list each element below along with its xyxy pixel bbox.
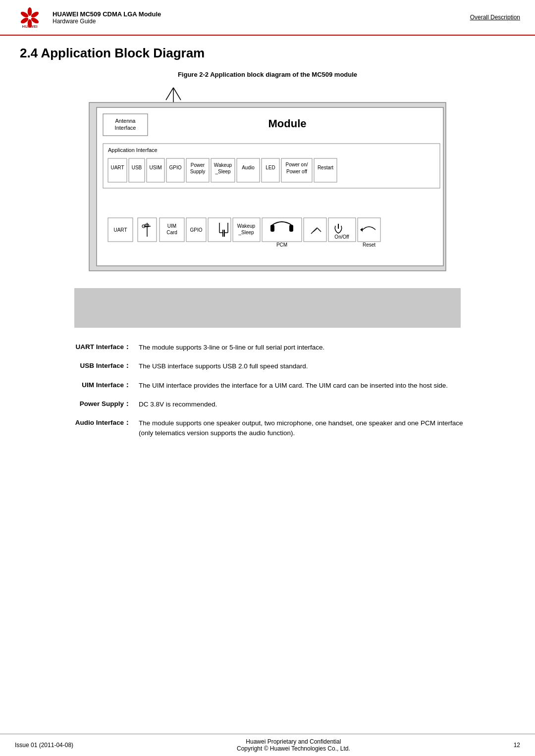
svg-rect-18 (108, 158, 127, 182)
svg-text:Power: Power (191, 162, 205, 168)
svg-rect-24 (166, 158, 184, 182)
svg-rect-65 (289, 225, 293, 232)
header-text: HUAWEI MC509 CDMA LGA Module Hardware Gu… (53, 10, 470, 25)
svg-line-7 (166, 88, 173, 100)
description-item: Audio Interface：The module supports one … (59, 418, 476, 439)
svg-text:On/Off: On/Off (334, 234, 349, 240)
footer-copyright-line1: Huawei Proprietary and Confidential (237, 738, 350, 745)
svg-rect-39 (314, 158, 337, 182)
footer-page: 12 (514, 742, 520, 749)
desc-value: The module supports 3-line or 5-line or … (139, 343, 476, 353)
svg-rect-64 (270, 225, 274, 232)
diagram-wrapper: Module Antenna Interface Application Int… (20, 85, 515, 328)
desc-label: USB Interface： (59, 361, 139, 371)
description-item: UART Interface：The module supports 3-lin… (59, 343, 476, 353)
section-label: Overall Description (470, 14, 520, 21)
figure-caption: Figure 2-2 Application block diagram of … (20, 71, 515, 78)
description-item: UIM Interface：The UIM interface provides… (59, 381, 476, 391)
huawei-logo-icon: HUAWEI (15, 5, 45, 30)
description-item: USB Interface：The USB interface supports… (59, 361, 476, 371)
svg-text:Antenna: Antenna (115, 118, 136, 124)
svg-text:GPIO: GPIO (190, 227, 202, 233)
svg-text:_Sleep: _Sleep (238, 230, 254, 235)
svg-text:Audio: Audio (242, 165, 255, 170)
svg-text:PCM: PCM (276, 242, 287, 248)
block-diagram-svg: Module Antenna Interface Application Int… (74, 85, 461, 288)
description-list: UART Interface：The module supports 3-lin… (59, 343, 476, 439)
svg-text:Module: Module (268, 117, 307, 130)
footer-copyright: Huawei Proprietary and Confidential Copy… (237, 738, 350, 752)
footer-issue: Issue 01 (2011-04-08) (15, 742, 73, 749)
logo: HUAWEI (15, 5, 45, 30)
section-title: 2.4 Application Block Diagram (20, 46, 515, 61)
svg-text:HUAWEI: HUAWEI (22, 24, 38, 29)
svg-line-8 (173, 88, 181, 100)
svg-text:UART: UART (110, 165, 124, 170)
svg-text:Power off: Power off (286, 169, 307, 174)
guide-subtitle: Hardware Guide (53, 18, 470, 25)
svg-rect-32 (237, 158, 260, 182)
svg-text:LED: LED (266, 165, 275, 170)
svg-text:Interface: Interface (115, 125, 136, 131)
svg-text:Wakeup: Wakeup (237, 223, 256, 229)
desc-label: Audio Interface： (59, 418, 139, 439)
svg-text:UART: UART (113, 227, 127, 233)
svg-text:USB: USB (132, 165, 142, 170)
main-content: 2.4 Application Block Diagram Figure 2-2… (0, 36, 535, 478)
svg-text:UIM: UIM (167, 223, 176, 229)
page-footer: Issue 01 (2011-04-08) Huawei Proprietary… (0, 734, 535, 756)
desc-label: Power Supply： (59, 400, 139, 409)
svg-rect-20 (129, 158, 145, 182)
desc-value: The module supports one speaker output, … (139, 418, 476, 439)
svg-rect-22 (147, 158, 164, 182)
description-item: Power Supply：DC 3.8V is recommended. (59, 400, 476, 409)
product-title: HUAWEI MC509 CDMA LGA Module (53, 10, 470, 18)
svg-text:Restart: Restart (318, 165, 333, 170)
svg-point-0 (28, 7, 32, 16)
watermark-area (74, 288, 461, 328)
svg-text:Power on/: Power on/ (285, 162, 308, 167)
desc-value: The USB interface supports USB 2.0 full … (139, 361, 476, 371)
svg-text:GPIO: GPIO (169, 165, 181, 170)
svg-text:Card: Card (166, 230, 177, 235)
desc-value: The UIM interface provides the interface… (139, 381, 476, 391)
desc-value: DC 3.8V is recommended. (139, 400, 476, 409)
svg-text:Reset: Reset (363, 242, 375, 248)
svg-text:Wakeup: Wakeup (214, 162, 232, 168)
page-header: HUAWEI HUAWEI MC509 CDMA LGA Module Hard… (0, 0, 535, 36)
svg-text:Supply: Supply (190, 169, 206, 174)
desc-label: UIM Interface： (59, 381, 139, 391)
svg-text:USIM: USIM (150, 165, 162, 170)
footer-copyright-line2: Copyright © Huawei Technologies Co., Ltd… (237, 745, 350, 752)
svg-rect-34 (262, 158, 279, 182)
svg-text:Application Interface: Application Interface (108, 147, 158, 153)
svg-text:_Sleep: _Sleep (214, 169, 231, 174)
desc-label: UART Interface： (59, 343, 139, 353)
